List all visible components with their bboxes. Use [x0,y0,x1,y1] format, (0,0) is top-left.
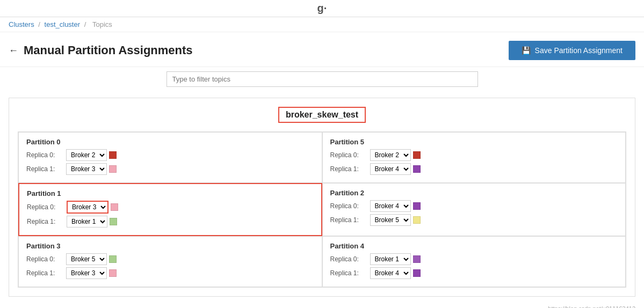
replica-label: Replica 0: [27,203,64,211]
filter-bar [0,67,644,91]
broker-select[interactable]: Broker 1 [67,216,107,228]
replica-row-0: Replica 0:Broker 3 [27,201,314,214]
broker-color-swatch [109,151,117,159]
broker-color-swatch [413,255,421,263]
broker-select[interactable]: Broker 3 [66,163,107,175]
replica-row-0: Replica 0:Broker 1 [330,253,618,265]
save-button-label: Save Partition Assignment [535,46,623,55]
app-top-bar: g· [0,0,644,17]
partition-cell-partition-4: Partition 4Replica 0:Broker 1Replica 1:B… [322,236,626,287]
broker-color-swatch [110,218,117,225]
broker-color-swatch [413,151,421,159]
broker-select[interactable]: Broker 3 [66,267,107,279]
partition-cell-partition-3: Partition 3Replica 0:Broker 5Replica 1:B… [18,236,322,287]
replica-row-1: Replica 1:Broker 5 [330,214,618,226]
partition-cell-partition-1: Partition 1Replica 0:Broker 3Replica 1:B… [18,183,322,236]
topic-title: broker_skew_test [278,107,366,123]
replica-row-0: Replica 0:Broker 2 [330,149,618,161]
replica-label: Replica 1: [27,218,64,225]
broker-select[interactable]: Broker 3 [67,201,108,214]
partition-name: Partition 0 [26,138,314,146]
replica-label: Replica 1: [330,165,368,173]
replica-label: Replica 1: [26,165,64,173]
replica-row-1: Replica 1:Broker 4 [330,267,618,279]
broker-color-swatch [111,203,118,211]
broker-color-swatch [109,255,117,263]
partition-cell-partition-0: Partition 0Replica 0:Broker 2Replica 1:B… [18,132,322,183]
save-partition-button[interactable]: 💾 Save Partition Assignment [509,41,635,60]
broker-select[interactable]: Broker 4 [370,267,411,279]
replica-label: Replica 0: [330,202,368,210]
broker-color-swatch [109,165,117,173]
topic-title-wrapper: broker_skew_test [18,107,626,123]
replica-label: Replica 0: [330,255,368,263]
partition-name: Partition 5 [330,138,618,146]
broker-select[interactable]: Broker 1 [370,253,411,265]
breadcrumb: Clusters / test_cluster / Topics [0,17,644,32]
filter-input[interactable] [167,71,478,87]
broker-color-swatch [413,269,421,277]
replica-label: Replica 1: [26,269,64,277]
breadcrumb-sep2: / [84,20,86,28]
replica-label: Replica 0: [26,151,64,159]
broker-select[interactable]: Broker 2 [370,149,411,161]
save-icon: 💾 [522,46,531,55]
back-button[interactable]: ← [9,45,18,56]
footer-url: https://blog.csdn.net/u011163412 [0,303,644,308]
partitions-grid: Partition 0Replica 0:Broker 2Replica 1:B… [18,131,626,288]
breadcrumb-sep1: / [38,20,40,28]
replica-row-1: Replica 1:Broker 3 [26,163,314,175]
partition-cell-partition-2: Partition 2Replica 0:Broker 4Replica 1:B… [322,183,626,236]
replica-row-1: Replica 1:Broker 3 [26,267,314,279]
broker-color-swatch [109,269,117,277]
replica-row-0: Replica 0:Broker 5 [26,253,314,265]
partition-name: Partition 3 [26,242,314,250]
topic-container: broker_skew_test Partition 0Replica 0:Br… [9,98,635,297]
partition-name: Partition 2 [330,189,618,197]
broker-select[interactable]: Broker 2 [66,149,107,161]
breadcrumb-topics: Topics [92,20,112,28]
broker-color-swatch [413,202,421,210]
partition-name: Partition 4 [330,242,618,250]
replica-label: Replica 0: [26,255,64,263]
replica-label: Replica 1: [330,269,368,277]
broker-select[interactable]: Broker 5 [370,214,411,226]
page-header-left: ← Manual Partition Assignments [9,43,193,57]
partition-name: Partition 1 [27,189,314,197]
replica-row-0: Replica 0:Broker 4 [330,200,618,212]
replica-row-0: Replica 0:Broker 2 [26,149,314,161]
broker-color-swatch [413,216,421,224]
page-header: ← Manual Partition Assignments 💾 Save Pa… [0,32,644,67]
breadcrumb-clusters[interactable]: Clusters [9,20,34,28]
partition-cell-partition-5: Partition 5Replica 0:Broker 2Replica 1:B… [322,132,626,183]
broker-color-swatch [413,165,421,173]
replica-label: Replica 0: [330,151,368,159]
page-title: Manual Partition Assignments [24,43,193,57]
broker-select[interactable]: Broker 4 [370,163,411,175]
main-content: broker_skew_test Partition 0Replica 0:Br… [0,91,644,303]
breadcrumb-cluster-name[interactable]: test_cluster [45,20,80,28]
replica-label: Replica 1: [330,216,368,224]
replica-row-1: Replica 1:Broker 4 [330,163,618,175]
replica-row-1: Replica 1:Broker 1 [27,216,314,228]
broker-select[interactable]: Broker 5 [66,253,107,265]
broker-select[interactable]: Broker 4 [370,200,411,212]
